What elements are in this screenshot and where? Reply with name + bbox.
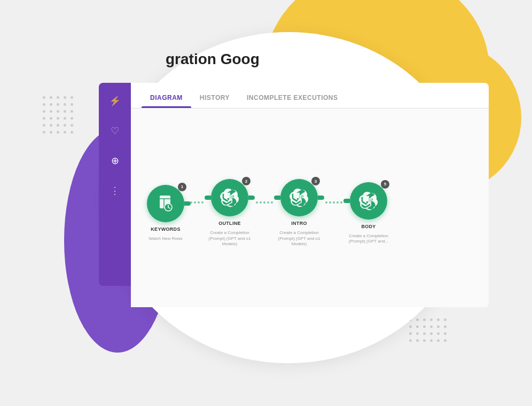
connector-right-outline [248, 196, 255, 200]
dot-grid-right [409, 318, 447, 342]
node-keywords[interactable]: 1 [147, 185, 184, 241]
tabs-bar: DIAGRAM HISTORY INCOMPLETE EXECUTIONS [131, 83, 489, 108]
sublabel-outline: Create a Completion (Prompt) (GPT and o1… [206, 230, 254, 247]
node-outline[interactable]: 2 OUTLINE Create a Completion (Prompt) (… [206, 179, 254, 247]
label-intro: INTRO [291, 221, 307, 226]
node-circle-body: 5 [350, 182, 387, 220]
badge-keywords: 1 [178, 183, 186, 191]
label-keywords: KEYWORDS [151, 227, 180, 232]
gpt-svg-icon-body [359, 191, 378, 210]
badge-outline: 2 [242, 177, 251, 185]
gpt-svg-icon-intro [290, 188, 309, 207]
connector-2 [256, 201, 273, 204]
sublabel-intro: Create a Completion (Prompt) (GPT and o1… [275, 230, 323, 247]
sublabel-body: Create a Completion (Prompt) (GPT and... [345, 233, 393, 245]
main-content: DIAGRAM HISTORY INCOMPLETE EXECUTIONS 1 [131, 83, 489, 307]
label-body: BODY [361, 224, 375, 229]
gpt-svg-icon-outline [220, 188, 239, 207]
badge-body: 5 [381, 180, 389, 189]
sublabel-keywords: Watch New Rows [149, 236, 183, 241]
tab-incomplete-executions[interactable]: INCOMPLETE EXECUTIONS [238, 88, 347, 108]
more-icon[interactable]: ⋮ [107, 183, 122, 198]
page-title: gration Goog [166, 51, 260, 68]
node-circle-keywords: 1 [147, 185, 184, 222]
node-body[interactable]: 5 BODY Create a Completion (Prompt) (GPT… [345, 182, 393, 245]
node-circle-intro: 3 [280, 179, 318, 216]
node-intro[interactable]: 3 INTRO Create a Completion (Prompt) (GP… [275, 179, 323, 247]
badge-intro: 3 [311, 177, 320, 185]
connector-right-intro [318, 196, 324, 200]
tab-diagram[interactable]: DIAGRAM [142, 88, 191, 108]
node-circle-outline: 2 [211, 179, 248, 216]
diagram-area: 1 [131, 108, 489, 307]
connector-left-body [343, 199, 350, 203]
connector-3 [325, 201, 342, 204]
globe-icon[interactable]: ⊕ [107, 153, 122, 168]
workflow-container: 1 [147, 179, 393, 247]
label-outline: OUTLINE [218, 221, 241, 226]
lightning-icon[interactable]: ⚡ [107, 93, 122, 108]
connector-left-intro [274, 196, 280, 200]
tab-history[interactable]: HISTORY [191, 88, 238, 108]
heart-icon[interactable]: ♡ [107, 123, 122, 138]
connector-left-outline [205, 196, 211, 200]
sidebar: ⚡ ♡ ⊕ ⋮ [99, 83, 131, 286]
dot-grid-left [43, 96, 73, 134]
keywords-svg-icon [155, 193, 176, 214]
